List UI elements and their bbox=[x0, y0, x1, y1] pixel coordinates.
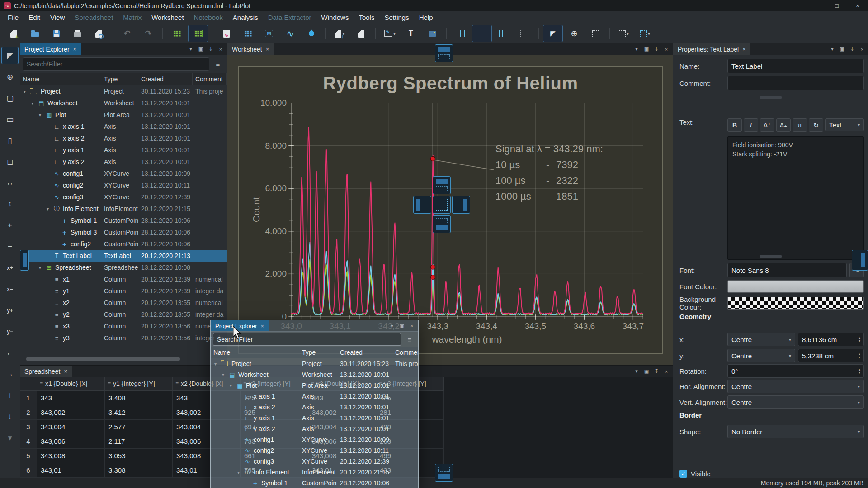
more-tools-button[interactable]: ▾ bbox=[1, 429, 19, 446]
new-matrix-button[interactable] bbox=[238, 25, 258, 42]
column-header-name[interactable]: Name bbox=[20, 73, 101, 85]
vert-alignment-select[interactable]: Centre ▾ bbox=[727, 395, 864, 409]
zoom-out-button[interactable]: − bbox=[1, 238, 19, 255]
dock-menu-button[interactable]: ▾ bbox=[186, 45, 195, 54]
dock-indicator-center-top[interactable] bbox=[433, 176, 451, 194]
dock-float-button[interactable]: ▣ bbox=[196, 45, 205, 54]
y-position-input[interactable]: 5,3238 cm ▴▾ bbox=[798, 349, 864, 362]
shift-up-y-button[interactable]: ↑ bbox=[1, 387, 19, 404]
add-plot-button[interactable]: ▾ bbox=[380, 25, 400, 42]
print-button[interactable] bbox=[67, 25, 87, 42]
cell-r4c2[interactable]: 2.117 bbox=[105, 434, 173, 449]
tree-row-x-axis-1[interactable]: ∟x axis 1Axis13.12.2020 10:01 bbox=[20, 121, 227, 132]
column-header-created[interactable]: Created bbox=[337, 347, 392, 358]
search-input[interactable] bbox=[23, 57, 209, 71]
x-position-input[interactable]: 8,61136 cm ▴▾ bbox=[798, 333, 864, 346]
border-shape-select[interactable]: No Border ▾ bbox=[727, 425, 864, 438]
dock-indicator-center-left[interactable] bbox=[413, 196, 431, 214]
x-anchor-select[interactable]: Centre ▾ bbox=[727, 333, 795, 346]
zoom-in-y-button[interactable]: y+ bbox=[1, 302, 19, 319]
cell-r3c1[interactable]: 343,004 bbox=[37, 420, 105, 434]
new-datapicker-button[interactable]: ∿ bbox=[280, 25, 300, 42]
new-worksheet-button[interactable] bbox=[217, 25, 236, 42]
tree-row-config2[interactable]: ∿config2XYCurve13.12.2020 10:11 bbox=[20, 179, 227, 191]
new-project-button[interactable] bbox=[4, 25, 24, 42]
row-number[interactable]: 6 bbox=[20, 463, 37, 478]
cell-r5c2[interactable]: 3.053 bbox=[105, 449, 173, 463]
rotation-input[interactable]: 0° ▴▾ bbox=[727, 364, 864, 378]
zoom-mode-button[interactable]: ▾ bbox=[614, 25, 634, 42]
zoom-in-x-button[interactable]: x+ bbox=[1, 259, 19, 277]
menu-spreadsheet[interactable]: Spreadsheet bbox=[70, 12, 118, 23]
print-preview-button[interactable] bbox=[89, 25, 108, 42]
float-tree-row-x-axis-2[interactable]: ∟x axis 2Axis13.12.2020 10:01 bbox=[211, 402, 418, 413]
filter-options-button[interactable]: ≡ bbox=[212, 57, 224, 70]
row-number[interactable]: 4 bbox=[20, 434, 37, 449]
menu-settings[interactable]: Settings bbox=[379, 12, 414, 23]
import-file-button[interactable]: ▾ bbox=[330, 25, 350, 42]
dock-pin-button[interactable]: ↧ bbox=[848, 45, 857, 54]
tree-row-project[interactable]: ▾ProjectProject30.11.2020 15:23This proj… bbox=[20, 85, 227, 97]
cell-r3c2[interactable]: 2.577 bbox=[105, 420, 173, 434]
break-layout-button[interactable] bbox=[514, 25, 534, 42]
insert-symbol-button[interactable]: π bbox=[793, 118, 807, 132]
dock-float-button[interactable]: ▣ bbox=[642, 367, 651, 376]
tree-row-config1[interactable]: ∿config1XYCurve13.12.2020 10:09 bbox=[20, 168, 227, 179]
menu-tools[interactable]: Tools bbox=[354, 12, 379, 23]
dock-close-button[interactable]: × bbox=[662, 367, 671, 376]
tree-row-worksheet[interactable]: ▾▤WorksheetWorksheet13.12.2020 10:01 bbox=[20, 97, 227, 109]
save-project-button[interactable] bbox=[46, 25, 66, 42]
select-and-edit-button[interactable]: ◤ bbox=[1, 47, 19, 64]
dock-float-button[interactable]: ▣ bbox=[642, 45, 651, 54]
tree-row-x2[interactable]: ≡x2Column20.12.2020 13:55numerical bbox=[20, 297, 227, 309]
tree-row-y1[interactable]: ≡y1Column20.12.2020 12:39integer da bbox=[20, 285, 227, 297]
column-header-created[interactable]: Created bbox=[138, 73, 193, 85]
zoom-select-x-button[interactable]: ▭ bbox=[1, 111, 19, 128]
float-tree-row-symbol-1[interactable]: +Symbol 1CustomPoint28.12.2020 10:06 bbox=[211, 478, 418, 488]
cell-r5c1[interactable]: 343,008 bbox=[37, 449, 105, 463]
dock-menu-button[interactable]: ▾ bbox=[632, 45, 641, 54]
tab-spreadsheet[interactable]: Spreadsheet × bbox=[20, 366, 72, 377]
shift-left-x-button[interactable]: ← bbox=[1, 344, 19, 361]
new-workbook-button[interactable] bbox=[167, 25, 187, 42]
menu-view[interactable]: View bbox=[45, 12, 70, 23]
dock-close-button[interactable]: × bbox=[407, 321, 416, 330]
float-tree-row-worksheet[interactable]: ▾▤WorksheetWorksheet13.12.2020 10:01 bbox=[211, 369, 418, 380]
cell-r1c2[interactable]: 3.408 bbox=[105, 391, 173, 405]
scrollbar-thumb[interactable] bbox=[26, 357, 180, 361]
select-and-edit-button[interactable]: ◤ bbox=[543, 25, 563, 42]
dock-pin-button[interactable]: ↧ bbox=[206, 45, 215, 54]
dock-indicator-left[interactable] bbox=[20, 250, 29, 271]
crosshair-button[interactable]: ⊕ bbox=[1, 68, 19, 85]
import-data-button[interactable] bbox=[302, 25, 321, 42]
custom-point-2[interactable] bbox=[430, 265, 435, 269]
dock-float-button[interactable]: ▣ bbox=[397, 321, 406, 330]
redo-button[interactable]: ↷ bbox=[138, 25, 158, 42]
dock-pin-button[interactable]: ↧ bbox=[652, 367, 661, 376]
auto-scale-x-button[interactable]: ↔ bbox=[1, 174, 19, 192]
menu-data-extractor[interactable]: Data Extractor bbox=[263, 12, 316, 23]
cell-r6c1[interactable]: 343,01 bbox=[37, 463, 105, 478]
insert-datetime-button[interactable]: ↻ bbox=[809, 118, 823, 132]
bold-button[interactable]: B bbox=[727, 118, 742, 132]
zoom-out-x-button[interactable]: x− bbox=[1, 281, 19, 298]
italic-button[interactable]: I bbox=[744, 118, 758, 132]
zoom-out-y-button[interactable]: y− bbox=[1, 323, 19, 340]
y-anchor-select[interactable]: Centre ▾ bbox=[727, 349, 795, 362]
spreadsheet-column-header-y1[interactable]: ≡y1 {Integer} [Y] bbox=[105, 377, 173, 391]
tree-row-x1[interactable]: ≡x1Column20.12.2020 12:39numerical bbox=[20, 273, 227, 285]
column-header-name[interactable]: Name bbox=[211, 347, 299, 358]
menu-windows[interactable]: Windows bbox=[316, 12, 354, 23]
close-icon[interactable]: × bbox=[73, 46, 77, 52]
float-tree-row-plot[interactable]: ▾▦PlotPlot Area13.12.2020 10:01 bbox=[211, 380, 418, 391]
tree-row-y-axis-2[interactable]: ∟y axis 2Axis13.12.2020 10:01 bbox=[20, 156, 227, 168]
tree-row-plot[interactable]: ▾▦PlotPlot Area13.12.2020 10:01 bbox=[20, 109, 227, 121]
dock-indicator-right[interactable] bbox=[852, 250, 868, 271]
tree-row-config2[interactable]: +config2CustomPoint28.12.2020 10:06 bbox=[20, 238, 227, 250]
menu-analysis[interactable]: Analysis bbox=[228, 12, 263, 23]
auto-scale-button[interactable]: ◻ bbox=[1, 153, 19, 170]
dock-pin-button[interactable]: ↧ bbox=[652, 45, 661, 54]
name-field[interactable] bbox=[727, 59, 864, 73]
custom-point-1[interactable] bbox=[430, 156, 435, 161]
float-tree-row-project[interactable]: ▾ProjectProject30.11.2020 15:23This proj… bbox=[211, 358, 418, 369]
